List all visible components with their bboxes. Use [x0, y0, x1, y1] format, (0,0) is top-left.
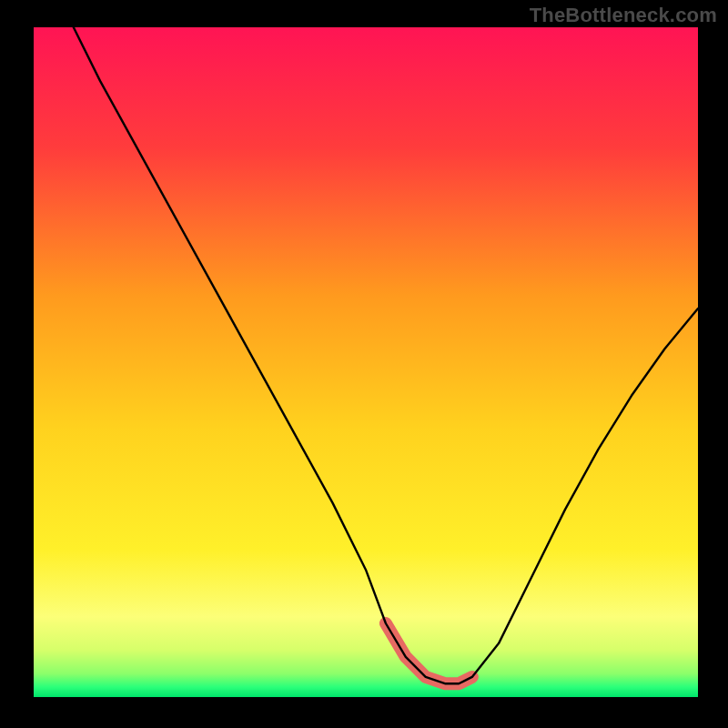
- chart-frame: TheBottleneck.com: [0, 0, 728, 728]
- watermark-text: TheBottleneck.com: [530, 4, 717, 27]
- plot-background: [34, 27, 698, 697]
- bottleneck-chart: [0, 0, 728, 728]
